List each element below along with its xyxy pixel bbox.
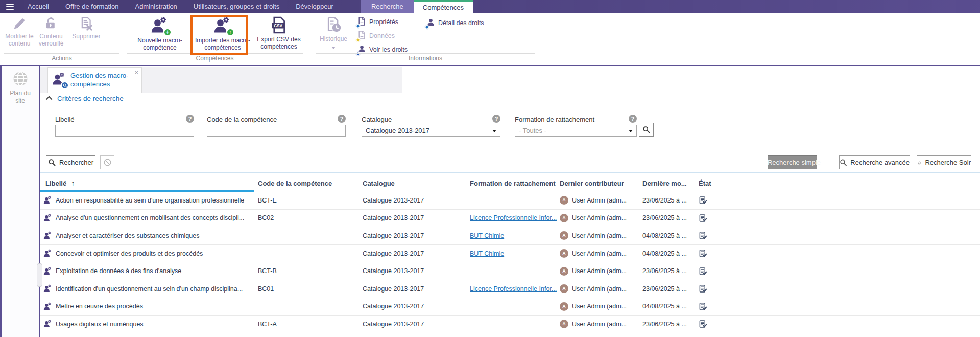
etat-document-check-icon[interactable] — [699, 320, 707, 328]
field-label: Code de la compétence — [207, 116, 346, 123]
menu-item-accueil[interactable]: Accueil — [19, 0, 57, 13]
avatar: A — [560, 267, 568, 276]
formation-select[interactable]: - Toutes - — [515, 125, 637, 137]
formation-link[interactable]: BUT Chimie — [470, 250, 504, 257]
import-macro-competences-button[interactable]: ↑ Importer des macro-compétences — [192, 16, 253, 52]
code-competence-input[interactable] — [207, 125, 346, 137]
tab-gestion-macro-competences[interactable]: Gestion des macro-compétences × — [47, 67, 142, 93]
tab-close-icon[interactable]: × — [134, 69, 138, 76]
new-macro-competence-button[interactable]: + Nouvelle macro-compétence — [127, 16, 193, 52]
table-row[interactable]: Identification d'un questionnement au se… — [40, 280, 980, 298]
sidebar-splitter-handle[interactable] — [37, 263, 42, 287]
recherche-solr-button[interactable]: Recherche Solr — [917, 155, 971, 169]
ribbon-button-label: Historique — [320, 36, 347, 43]
table-row[interactable]: Analyser et caractériser des substances … — [40, 227, 980, 245]
etat-document-check-icon[interactable] — [699, 267, 707, 276]
field-label: Catalogue — [362, 116, 500, 123]
help-icon[interactable]: ? — [492, 115, 500, 123]
hamburger-menu-icon[interactable] — [0, 0, 19, 13]
formation-link[interactable]: BUT Chimie — [470, 232, 504, 239]
solr-sun-icon — [917, 159, 921, 167]
avatar: A — [560, 196, 568, 205]
cell-catalogue: Catalogue 2013-2017 — [363, 214, 424, 221]
column-header-catalogue[interactable]: Catalogue — [363, 179, 470, 187]
cell-catalogue: Catalogue 2013-2017 — [363, 303, 424, 310]
menu-item-utilisateurs-groupes-droits[interactable]: Utilisateurs, groupes et droits — [185, 0, 288, 13]
locked-content-button: Contenu verrouillé — [36, 16, 66, 48]
formation-search-button[interactable] — [639, 123, 654, 137]
table-header: Libellé ↑ Code de la compétence Catalogu… — [40, 176, 980, 190]
etat-document-check-icon[interactable] — [699, 231, 707, 240]
etat-document-check-icon[interactable] — [699, 249, 707, 258]
cell-contributeur: User Admin (adm... — [572, 197, 627, 204]
column-header-formation[interactable]: Formation de rattachement — [470, 179, 560, 187]
cell-libelle: Exploitation de données à des fins d'ana… — [56, 267, 181, 275]
field-formation-rattachement: Formation de rattachement ? - Toutes - — [515, 116, 637, 137]
formation-link[interactable]: Licence Professionnelle Infor... — [470, 214, 557, 221]
cell-derniere-modification: 04/08/2025 à ... — [642, 303, 687, 310]
export-csv-button[interactable]: Export CSV des compétences — [255, 16, 302, 51]
etat-document-check-icon[interactable] — [699, 214, 707, 222]
column-header-derniere-modification[interactable]: Dernière mo... — [642, 179, 699, 187]
macro-competence-icon — [43, 284, 52, 293]
sidebar-item-plan-du-site[interactable]: Plan du site — [2, 66, 39, 108]
column-header-contributeur[interactable]: Dernier contributeur — [560, 179, 642, 187]
table-row[interactable]: Mettre en œuvre des procédés Catalogue 2… — [40, 298, 980, 316]
column-header-libelle-sortable[interactable]: Libellé ↑ — [40, 179, 258, 187]
menu-item-developpeur[interactable]: Développeur — [288, 0, 342, 13]
macro-competence-icon — [43, 231, 52, 240]
cell-derniere-modification: 23/06/2025 à ... — [642, 285, 687, 293]
sidebar-item-label: Plan du site — [8, 89, 33, 105]
cell-contributeur: User Admin (adm... — [572, 250, 627, 257]
cell-catalogue: Catalogue 2013-2017 — [363, 197, 424, 204]
properties-button[interactable]: Propriétés — [357, 17, 408, 27]
menu-item-administration[interactable]: Administration — [127, 0, 185, 13]
person-gear-plus-icon: + — [151, 16, 169, 35]
ribbon-group-label: Compétences — [127, 53, 303, 63]
table-row[interactable]: Analyse d'un questionnement en mobilisan… — [40, 210, 980, 228]
recherche-avancee-button[interactable]: Recherche avancée — [839, 155, 910, 169]
field-label: Formation de rattachement — [515, 116, 637, 123]
libelle-input[interactable] — [55, 125, 194, 137]
content-area: Plan du site Gestion des macro-compétenc… — [0, 66, 980, 337]
cell-catalogue: Catalogue 2013-2017 — [363, 321, 424, 328]
search-criteria-toggle[interactable]: Critères de recherche — [47, 95, 124, 102]
formation-link[interactable]: Licence Professionnelle Infor... — [470, 285, 557, 293]
field-catalogue: Catalogue ? Catalogue 2013-2017 — [362, 116, 500, 137]
help-icon[interactable]: ? — [338, 115, 346, 123]
rights-detail-button[interactable]: Détail des droits — [426, 18, 484, 28]
mode-button-label: Recherche simple — [768, 159, 821, 166]
ribbon-button-label: Voir les droits — [369, 46, 408, 53]
cell-code: BCT-E — [258, 197, 277, 204]
ribbon-toolbar: Modifier le contenu Contenu verrouillé S… — [0, 13, 980, 65]
cell-libelle: Mettre en œuvre des procédés — [56, 303, 143, 310]
column-header-etat[interactable]: État — [699, 179, 980, 187]
column-header-code[interactable]: Code de la compétence — [258, 179, 363, 187]
menu-item-recherche[interactable]: Recherche — [361, 0, 414, 13]
macro-competence-icon — [43, 249, 52, 258]
menu-item-offre-de-formation[interactable]: Offre de formation — [57, 0, 127, 13]
cell-code: BC01 — [258, 285, 274, 293]
etat-document-check-icon[interactable] — [699, 196, 707, 205]
cell-libelle: Analyse d'un questionnement en mobilisan… — [56, 214, 244, 221]
macro-competence-icon — [43, 196, 52, 205]
field-code-competence: Code de la compétence ? — [207, 116, 346, 137]
menu-item-competences-active[interactable]: Compétences — [414, 0, 473, 13]
rechercher-button[interactable]: Rechercher — [46, 155, 95, 169]
etat-document-check-icon[interactable] — [699, 302, 707, 311]
help-icon[interactable]: ? — [629, 115, 637, 123]
avatar: A — [560, 320, 568, 328]
main-panel: Gestion des macro-compétences × Critères… — [40, 66, 980, 337]
recherche-simple-button[interactable]: Recherche simple — [768, 155, 817, 169]
table-row[interactable]: Usages digitaux et numériques BCT-A Cata… — [40, 316, 980, 333]
ribbon-group-actions: Modifier le contenu Contenu verrouillé S… — [4, 14, 119, 63]
catalogue-select[interactable]: Catalogue 2013-2017 — [362, 125, 500, 137]
help-icon[interactable]: ? — [186, 115, 194, 123]
formation-selected-value: - Toutes - — [519, 127, 546, 134]
cell-contributeur: User Admin (adm... — [572, 303, 627, 310]
etat-document-check-icon[interactable] — [699, 284, 707, 293]
table-row[interactable]: Action en responsabilité au sein d'une o… — [40, 192, 980, 210]
top-menu-bar: Accueil Offre de formation Administratio… — [0, 0, 980, 13]
table-row[interactable]: Concevoir et optimiser des produits et d… — [40, 245, 980, 263]
table-row[interactable]: Exploitation de données à des fins d'ana… — [40, 262, 980, 280]
